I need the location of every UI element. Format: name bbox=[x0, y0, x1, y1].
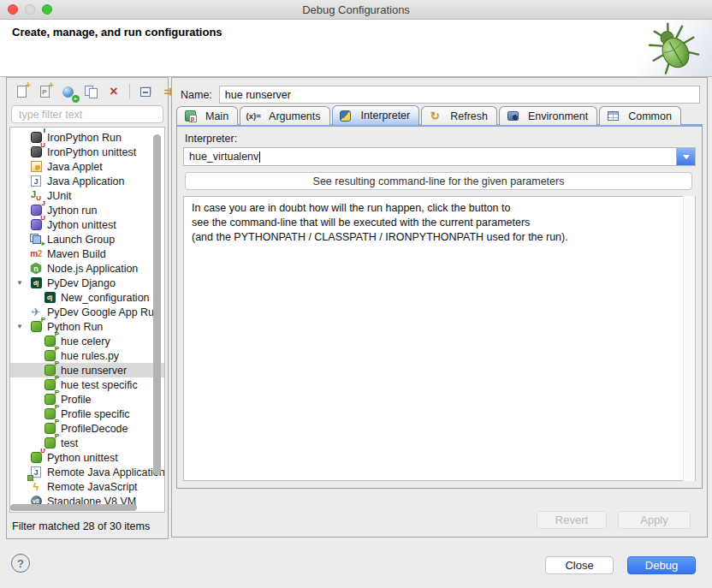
ironpython-unittest-icon: U bbox=[29, 146, 43, 159]
help-button[interactable]: ? bbox=[11, 554, 30, 573]
zoom-window-button[interactable] bbox=[42, 4, 52, 15]
duplicate-icon bbox=[85, 86, 98, 98]
tab-environment[interactable]: Environment bbox=[499, 106, 597, 125]
see-command-line-button[interactable]: See resulting command-line for the given… bbox=[185, 172, 692, 190]
python-run-icon: P bbox=[29, 320, 43, 334]
tree-item-label: Profile bbox=[61, 394, 91, 406]
close-window-button[interactable] bbox=[8, 4, 18, 15]
tree-item-label: Python unittest bbox=[47, 452, 118, 464]
tree-item[interactable]: UPython unittest bbox=[10, 450, 164, 465]
tab-label: Arguments bbox=[269, 110, 320, 122]
title-bar: Debug Configurations bbox=[0, 0, 712, 20]
dialog-footer: ? Close Debug bbox=[0, 539, 712, 588]
tree-item[interactable]: UIronPython unittest bbox=[10, 145, 164, 159]
tree-item-label: Launch Group bbox=[47, 234, 115, 246]
info-vertical-scrollbar[interactable] bbox=[683, 196, 695, 481]
common-icon bbox=[606, 110, 620, 123]
tree-item-label: hue runserver bbox=[61, 365, 127, 377]
revert-button[interactable]: Revert bbox=[537, 511, 607, 529]
tree-item[interactable]: Ptest bbox=[10, 436, 164, 450]
tree-item[interactable]: IIronPython Run bbox=[10, 130, 164, 145]
filter-status-text: Filter matched 28 of 30 items bbox=[12, 520, 150, 532]
tree-item-label: PyDev Django bbox=[47, 277, 116, 289]
duplicate-launch-configuration-button[interactable] bbox=[82, 83, 99, 100]
maven-build-icon: m2 bbox=[29, 247, 43, 261]
delete-launch-configuration-button[interactable]: × bbox=[105, 83, 122, 100]
tree-item-label: Jython run bbox=[47, 205, 97, 217]
export-launch-configurations-button[interactable]: ▸ bbox=[59, 83, 76, 100]
tree-item[interactable]: PProfile specific bbox=[10, 407, 164, 421]
new-launch-configuration-button[interactable]: + bbox=[13, 83, 30, 100]
tree-item[interactable]: ϟRemote JavaScript bbox=[10, 479, 164, 494]
tree-item[interactable]: Phue runserver bbox=[10, 363, 164, 377]
tree-item-label: ProfileDecode bbox=[61, 423, 128, 435]
tree-item-label: Maven Build bbox=[47, 248, 106, 260]
tree-item[interactable]: Phue rules.py bbox=[10, 348, 164, 363]
new-launch-configuration-prototype-button[interactable]: P+ bbox=[36, 83, 53, 100]
tree-item-label: Remote Java Application bbox=[47, 466, 165, 478]
filter-input[interactable] bbox=[11, 105, 163, 123]
tab-refresh[interactable]: ↻Refresh bbox=[421, 106, 497, 125]
minimize-window-button[interactable] bbox=[25, 4, 35, 15]
header-banner: Create, manage, and run configurations bbox=[0, 20, 712, 77]
delete-icon: × bbox=[110, 85, 117, 98]
tree-item-label: IronPython unittest bbox=[47, 146, 136, 158]
tree-item[interactable]: Java Applet bbox=[10, 159, 164, 174]
tree-item[interactable]: ▼djPyDev Django bbox=[10, 276, 164, 290]
tree-item-label: hue celery bbox=[61, 336, 110, 347]
pydev-django-icon: dj bbox=[43, 291, 56, 305]
name-label: Name: bbox=[181, 89, 212, 101]
tree-item[interactable]: JJava Application bbox=[10, 174, 164, 188]
tree-item-label: PyDev Google App Run bbox=[47, 306, 160, 318]
launch-group-icon: ▸ bbox=[29, 233, 43, 246]
collapse-all-button[interactable] bbox=[137, 83, 154, 100]
tree-item[interactable]: JRemote Java Application bbox=[10, 465, 164, 479]
tree-item[interactable]: nNode.js Application bbox=[10, 261, 164, 276]
configurations-sidebar: + P+ ▸ × ⇉▾ IIronPython RunUIronPython u… bbox=[6, 77, 169, 539]
remote-javascript-icon: ϟ bbox=[29, 480, 43, 494]
remote-java-icon: J bbox=[29, 466, 43, 479]
tree-item[interactable]: Phue celery bbox=[10, 334, 164, 348]
tree-item[interactable]: ▸Launch Group bbox=[10, 232, 164, 246]
tab-label: Main bbox=[205, 110, 228, 122]
window-controls bbox=[8, 4, 52, 15]
name-input[interactable] bbox=[219, 86, 700, 104]
tree-item[interactable]: ▼PPython Run bbox=[10, 319, 164, 334]
collapse-all-icon bbox=[140, 87, 151, 97]
tree-horizontal-scrollbar[interactable] bbox=[10, 504, 137, 511]
debug-button[interactable]: Debug bbox=[627, 556, 696, 574]
tab-common[interactable]: Common bbox=[599, 106, 681, 125]
interpreter-combo[interactable]: hue_virtualenv bbox=[183, 147, 696, 166]
tree-vertical-scrollbar[interactable] bbox=[153, 134, 161, 475]
interpreter-tab-content: Interpreter: hue_virtualenv See resultin… bbox=[176, 124, 703, 489]
combo-dropdown-button[interactable] bbox=[676, 148, 695, 165]
tree-item[interactable]: PProfileDecode bbox=[10, 421, 164, 436]
export-launch-icon bbox=[62, 86, 74, 98]
expander-icon[interactable]: ▼ bbox=[16, 279, 23, 287]
close-button[interactable]: Close bbox=[545, 556, 614, 574]
java-applet-icon bbox=[29, 160, 43, 174]
tree-item-label: test bbox=[61, 437, 78, 449]
tree-item[interactable]: JJython run bbox=[10, 203, 164, 217]
tree-item[interactable]: JUJUnit bbox=[10, 188, 164, 203]
tab-main[interactable]: pMain bbox=[176, 106, 238, 125]
expander-icon[interactable]: ▼ bbox=[16, 323, 23, 330]
tree-item[interactable]: djNew_configuration bbox=[10, 290, 164, 305]
tree-item[interactable]: UJython unittest bbox=[10, 217, 164, 232]
info-text: In case you are in doubt how will the ru… bbox=[183, 196, 696, 481]
debug-bug-icon bbox=[637, 20, 712, 76]
tree-item[interactable]: ✈PyDev Google App Run bbox=[10, 305, 164, 319]
config-tree: IIronPython RunUIronPython unittestJava … bbox=[9, 127, 165, 513]
tree-item-label: JUnit bbox=[47, 190, 71, 202]
apply-button[interactable]: Apply bbox=[618, 511, 691, 529]
tree-item[interactable]: Phue test specific bbox=[10, 377, 164, 392]
banner-title: Create, manage, and run configurations bbox=[12, 26, 222, 39]
debug-configurations-window: { "window": { "title": "Debug Configurat… bbox=[0, 0, 712, 588]
tab-arguments[interactable]: (x)=Arguments bbox=[240, 106, 329, 125]
tab-label: Environment bbox=[528, 110, 588, 122]
refresh-icon: ↻ bbox=[428, 110, 442, 123]
tree-item-label: hue test specific bbox=[61, 379, 138, 391]
tree-item[interactable]: PProfile bbox=[10, 392, 164, 407]
tree-item[interactable]: m2Maven Build bbox=[10, 246, 164, 261]
tab-interpreter[interactable]: Interpreter bbox=[332, 105, 420, 125]
